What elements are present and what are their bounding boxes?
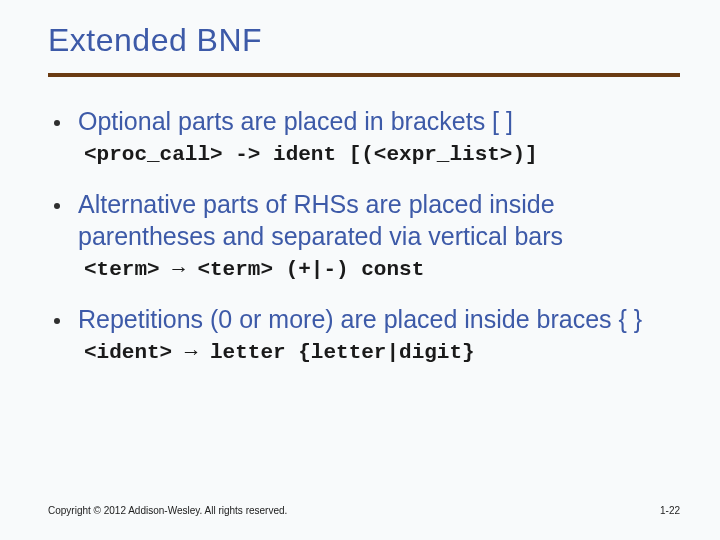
bullet-dot-icon: [54, 318, 60, 324]
bullet-dot-icon: [54, 203, 60, 209]
bullet-dot-icon: [54, 120, 60, 126]
copyright-text: Copyright © 2012 Addison-Wesley. All rig…: [48, 505, 287, 516]
slide-title: Extended BNF: [48, 22, 680, 59]
bullet-text: Repetitions (0 or more) are placed insid…: [78, 303, 642, 335]
bullet-item: Repetitions (0 or more) are placed insid…: [48, 303, 680, 335]
footer: Copyright © 2012 Addison-Wesley. All rig…: [48, 505, 680, 516]
title-divider: [48, 73, 680, 77]
page-number: 1-22: [660, 505, 680, 516]
code-example: <ident> → letter {letter|digit}: [84, 341, 680, 364]
bullet-text: Alternative parts of RHSs are placed ins…: [78, 188, 680, 252]
bullet-item: Optional parts are placed in brackets [ …: [48, 105, 680, 137]
bullet-text: Optional parts are placed in brackets [ …: [78, 105, 513, 137]
code-example: <proc_call> -> ident [(<expr_list>)]: [84, 143, 680, 166]
code-example: <term> → <term> (+|-) const: [84, 258, 680, 281]
bullet-item: Alternative parts of RHSs are placed ins…: [48, 188, 680, 252]
